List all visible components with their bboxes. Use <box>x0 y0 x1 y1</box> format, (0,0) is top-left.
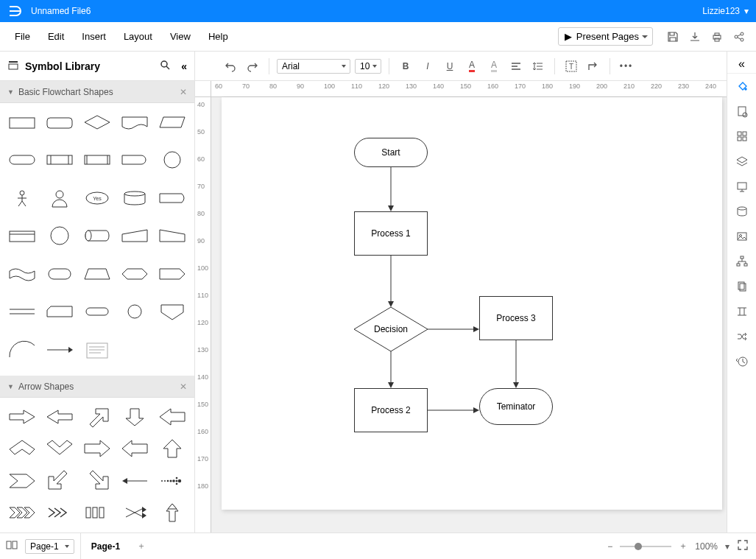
page-tab-1[interactable]: Page-1 <box>81 533 130 559</box>
zoom-slider[interactable] <box>620 546 671 547</box>
shape-rounded-rect[interactable] <box>42 109 78 136</box>
flowchart-node-p3[interactable]: Process 3 <box>479 296 553 340</box>
shape-subroutine2[interactable] <box>80 147 116 173</box>
flowchart-node-start[interactable]: Start <box>354 138 428 167</box>
collapse-icon[interactable]: « <box>181 60 187 72</box>
more-icon[interactable]: ••• <box>618 57 635 75</box>
italic-icon[interactable]: I <box>419 57 437 75</box>
menu-layout[interactable]: Layout <box>115 31 161 42</box>
zoom-in-button[interactable]: ＋ <box>679 540 688 552</box>
pages-icon[interactable] <box>6 540 19 552</box>
shape-arrows-up[interactable] <box>154 499 190 526</box>
shape-hexagon[interactable] <box>116 261 152 287</box>
text-tool-icon[interactable]: T <box>562 57 580 75</box>
shape-chevron-up[interactable] <box>4 435 40 462</box>
print-icon[interactable] <box>710 30 724 43</box>
shape-chevron-lines[interactable] <box>42 499 78 526</box>
category-arrow-shapes[interactable]: ▼ Arrow Shapes ✕ <box>0 376 194 398</box>
shape-shield[interactable] <box>154 298 190 325</box>
shape-arrow-se[interactable] <box>80 468 116 494</box>
font-select[interactable]: Arial <box>277 59 350 74</box>
layers-tool-icon[interactable] <box>732 149 752 174</box>
shape-arrow-down[interactable] <box>116 404 152 430</box>
shape-tape[interactable] <box>4 261 40 287</box>
user-menu[interactable]: Lizzie123 ▾ <box>702 6 749 16</box>
shape-note[interactable] <box>80 337 116 363</box>
zoom-dropdown-icon[interactable]: ▾ <box>725 541 729 552</box>
menu-edit[interactable]: Edit <box>39 31 73 42</box>
shape-arrow-dotted[interactable] <box>154 468 190 494</box>
history-tool-icon[interactable] <box>732 349 752 374</box>
present-tool-icon[interactable] <box>732 174 752 199</box>
shape-arrow-up[interactable] <box>154 435 190 462</box>
shape-manual-input[interactable] <box>116 222 152 249</box>
category-basic-flowchart[interactable]: ▼ Basic Flowchart Shapes ✕ <box>0 81 194 103</box>
menu-view[interactable]: View <box>161 31 199 42</box>
expand-panel-icon[interactable]: « <box>727 55 756 74</box>
shape-arrow-ne[interactable] <box>80 404 116 430</box>
shape-yes-oval[interactable]: Yes <box>80 185 116 211</box>
shape-arrow-cross[interactable] <box>116 499 152 526</box>
shape-arrow-right-fat[interactable] <box>80 435 116 462</box>
shape-arrow-left[interactable] <box>42 404 78 430</box>
page-tool-icon[interactable] <box>732 99 752 124</box>
shape-arrow-left-fat[interactable] <box>116 435 152 462</box>
flowchart-node-dec[interactable]: Decision <box>354 307 428 351</box>
font-color-icon[interactable]: A <box>463 57 481 75</box>
shape-circle2[interactable] <box>42 222 78 249</box>
hierarchy-tool-icon[interactable] <box>732 249 752 274</box>
shape-arrow-sw[interactable] <box>42 468 78 494</box>
shape-rectangle[interactable] <box>4 109 40 136</box>
flowchart-node-p1[interactable]: Process 1 <box>354 211 428 256</box>
fontsize-select[interactable]: 10 <box>355 59 381 74</box>
shape-circle-sm[interactable] <box>116 298 152 325</box>
connector-icon[interactable] <box>584 57 602 75</box>
shape-doubleline[interactable] <box>4 298 40 325</box>
shape-diamond[interactable] <box>80 109 116 136</box>
shape-circle[interactable] <box>154 147 190 173</box>
shape-manual-input2[interactable] <box>154 222 190 249</box>
image-tool-icon[interactable] <box>732 224 752 249</box>
download-icon[interactable] <box>688 30 702 43</box>
data-tool-icon[interactable] <box>732 199 752 224</box>
shape-arrow-right[interactable] <box>4 404 40 430</box>
shape-user[interactable] <box>42 185 78 211</box>
fill-tool-icon[interactable] <box>732 74 752 99</box>
shape-bars[interactable] <box>80 499 116 526</box>
underline-icon[interactable]: U <box>441 57 459 75</box>
canvas-viewport[interactable]: 6070809010011012013014015016017018019020… <box>195 81 727 532</box>
canvas-paper[interactable]: StartProcess 1DecisionProcess 2Process 3… <box>222 97 722 510</box>
menu-file[interactable]: File <box>6 31 39 42</box>
zoom-out-button[interactable]: − <box>607 541 612 552</box>
grid-tool-icon[interactable] <box>732 124 752 149</box>
shape-delay[interactable] <box>116 147 152 173</box>
clipboard-tool-icon[interactable] <box>732 274 752 299</box>
bold-icon[interactable]: B <box>397 57 414 75</box>
shape-arrow-left-line[interactable] <box>116 468 152 494</box>
shape-actor[interactable] <box>4 185 40 211</box>
line-spacing-icon[interactable] <box>529 57 547 75</box>
menu-insert[interactable]: Insert <box>73 31 115 42</box>
shape-trapezoid[interactable] <box>80 261 116 287</box>
shape-cylinder-side[interactable] <box>80 222 116 249</box>
shape-subroutine[interactable] <box>42 147 78 173</box>
shape-cut-rect[interactable] <box>42 298 78 325</box>
shape-arc[interactable] <box>4 337 40 363</box>
add-page-button[interactable]: ＋ <box>130 540 152 552</box>
highlight-icon[interactable]: A <box>485 57 503 75</box>
fullscreen-icon[interactable] <box>737 539 749 553</box>
shape-pill2[interactable] <box>80 298 116 325</box>
shape-chevron-down[interactable] <box>42 435 78 462</box>
present-pages-button[interactable]: ▶ Present Pages <box>558 27 653 46</box>
shape-arrow-left2[interactable] <box>154 404 190 430</box>
undo-icon[interactable] <box>222 57 239 75</box>
shape-arrow-line[interactable] <box>42 337 78 363</box>
page-select[interactable]: Page-1 <box>25 539 74 554</box>
shape-pill[interactable] <box>4 147 40 173</box>
redo-icon[interactable] <box>244 57 261 75</box>
flowchart-node-p2[interactable]: Process 2 <box>354 388 428 432</box>
shape-card[interactable] <box>4 222 40 249</box>
search-icon[interactable] <box>159 59 171 73</box>
save-icon[interactable] <box>666 30 679 43</box>
close-icon[interactable]: ✕ <box>180 382 187 392</box>
